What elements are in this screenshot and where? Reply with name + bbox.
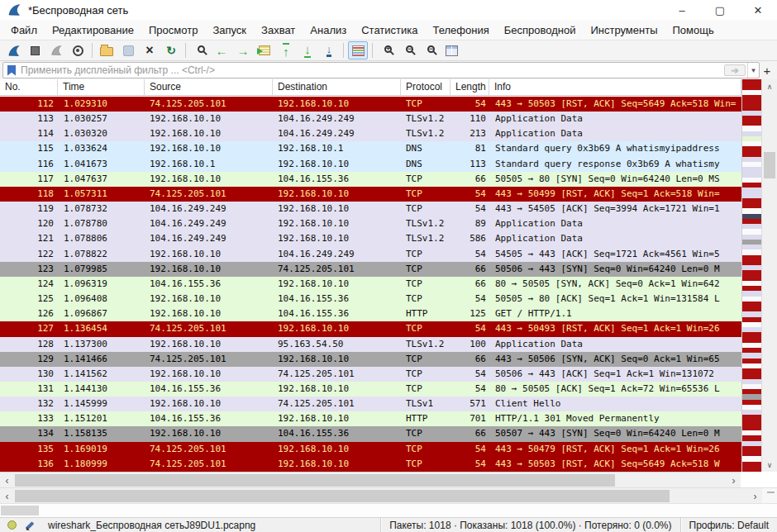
- cell-no: 135: [0, 442, 58, 457]
- menu-item-7[interactable]: Телефония: [425, 21, 496, 39]
- menu-item-4[interactable]: Захват: [254, 21, 303, 39]
- go-to-bottom-button[interactable]: ↓: [298, 41, 317, 59]
- go-to-top-button[interactable]: ↑: [276, 41, 296, 59]
- resize-columns-button[interactable]: [441, 41, 461, 59]
- packet-row-131[interactable]: 1311.144130104.16.155.36192.168.10.10TCP…: [0, 382, 741, 397]
- packet-row-117[interactable]: 1171.047637192.168.10.10104.16.155.36TCP…: [0, 172, 741, 187]
- display-filter-input[interactable]: [21, 64, 724, 76]
- go-forward-button[interactable]: →: [233, 41, 253, 59]
- cell-no: 119: [0, 202, 58, 216]
- save-file-button[interactable]: [118, 41, 138, 59]
- cell-no: 134: [0, 426, 58, 441]
- close-button[interactable]: ✕: [739, 0, 777, 20]
- column-header-info[interactable]: Info: [489, 79, 741, 95]
- minimize-button[interactable]: –: [663, 0, 701, 20]
- close-file-button[interactable]: ×: [140, 41, 160, 59]
- auto-scroll-button[interactable]: ↓: [319, 41, 339, 59]
- hscrollbar-thumb[interactable]: [15, 474, 615, 487]
- scroll-right-arrow-icon[interactable]: ›: [727, 473, 741, 488]
- zoom-reset-button[interactable]: −: [420, 41, 440, 59]
- packet-list-hscrollbar[interactable]: ‹ ›: [0, 472, 741, 487]
- go-back-button[interactable]: ←: [212, 41, 231, 59]
- menu-item-9[interactable]: Инструменты: [583, 21, 665, 39]
- menu-item-10[interactable]: Помощь: [665, 21, 722, 39]
- packet-row-135[interactable]: 1351.16901974.125.205.101192.168.10.10TC…: [0, 442, 741, 457]
- vertical-scrollbar-thumb[interactable]: [764, 152, 775, 178]
- packet-row-133[interactable]: 1331.151201104.16.155.36192.168.10.10HTT…: [0, 411, 741, 426]
- packet-row-122[interactable]: 1221.078822192.168.10.10104.16.249.249TC…: [0, 247, 741, 262]
- menu-item-2[interactable]: Просмотр: [141, 21, 205, 39]
- hscrollbar-thumb[interactable]: [15, 490, 670, 502]
- filter-bookmark-icon[interactable]: [7, 65, 16, 76]
- column-header-src[interactable]: Source: [145, 79, 273, 95]
- intelligent-scrollbar-minimap[interactable]: [741, 79, 761, 472]
- column-header-time[interactable]: Time: [58, 79, 145, 95]
- menu-item-5[interactable]: Анализ: [303, 21, 354, 39]
- packet-row-126[interactable]: 1261.096867192.168.10.10104.16.155.36HTT…: [0, 306, 741, 321]
- packet-row-116[interactable]: 1161.041673192.168.10.1192.168.10.10DNS1…: [0, 157, 741, 172]
- packet-row-123[interactable]: 1231.079985192.168.10.1074.125.205.101TC…: [0, 262, 741, 277]
- status-right: Пакеты: 1018 · Показаны: 1018 (100.0%) ·…: [380, 518, 777, 532]
- packet-row-118[interactable]: 1181.05731174.125.205.101192.168.10.10TC…: [0, 187, 741, 202]
- profile-label[interactable]: Профиль: Default: [680, 518, 777, 532]
- toolbar-separator: [185, 43, 186, 58]
- packet-row-115[interactable]: 1151.033624192.168.10.10192.168.10.1DNS8…: [0, 141, 741, 156]
- menu-item-1[interactable]: Редактирование: [45, 21, 141, 39]
- zoom-in-button[interactable]: +: [377, 41, 397, 59]
- colorize-packets-button[interactable]: [348, 41, 368, 59]
- packet-row-129[interactable]: 1291.14146674.125.205.101192.168.10.10TC…: [0, 352, 741, 367]
- menu-item-6[interactable]: Статистика: [354, 21, 425, 39]
- reload-file-button[interactable]: ↻: [161, 41, 181, 59]
- go-to-packet-button[interactable]: [255, 41, 274, 59]
- mini-scrollbar-thumb[interactable]: [1, 506, 39, 515]
- zoom-out-button[interactable]: −: [398, 41, 418, 59]
- column-header-dst[interactable]: Destination: [273, 79, 401, 95]
- cell-len: 701: [450, 411, 489, 426]
- cell-info: 54505 → 443 [ACK] Seq=1721 Ack=4561 Win=…: [489, 247, 741, 262]
- restart-capture-button[interactable]: [46, 41, 66, 59]
- column-header-len[interactable]: Length: [450, 79, 489, 95]
- cell-src: 104.16.249.249: [145, 216, 273, 231]
- apply-filter-button[interactable]: ➔: [724, 64, 746, 76]
- vertical-scrollbar[interactable]: ∧ ∨: [761, 79, 777, 472]
- filter-dropdown-caret[interactable]: ▾: [747, 63, 759, 78]
- packet-row-124[interactable]: 1241.096319104.16.155.36192.168.10.10TCP…: [0, 277, 741, 292]
- packet-row-125[interactable]: 1251.096408192.168.10.10104.16.155.36TCP…: [0, 292, 741, 306]
- add-filter-button[interactable]: +: [760, 62, 775, 78]
- capture-options-button[interactable]: [68, 41, 88, 59]
- cell-len: 66: [450, 277, 489, 292]
- column-header-no[interactable]: No.: [0, 79, 58, 95]
- menu-item-8[interactable]: Беспроводной: [497, 21, 584, 39]
- open-file-button[interactable]: [97, 41, 117, 59]
- scroll-down-arrow-icon[interactable]: ∨: [762, 458, 777, 472]
- cell-dst: 192.168.10.10: [273, 382, 401, 397]
- cell-proto: HTTP: [401, 306, 450, 321]
- maximize-button[interactable]: ▢: [701, 0, 739, 20]
- packet-row-134[interactable]: 1341.158135192.168.10.10104.16.155.36TCP…: [0, 426, 741, 441]
- packet-row-114[interactable]: 1141.030320192.168.10.10104.16.249.249TL…: [0, 126, 741, 141]
- scroll-left-arrow-icon[interactable]: ‹: [0, 473, 14, 488]
- scroll-left-arrow-icon[interactable]: ‹: [0, 488, 14, 504]
- packet-row-121[interactable]: 1211.078806104.16.249.249192.168.10.10TL…: [0, 231, 741, 246]
- packet-row-128[interactable]: 1281.137300192.168.10.1095.163.54.50TLSv…: [0, 337, 741, 352]
- packet-row-136[interactable]: 1361.18099974.125.205.101192.168.10.10TC…: [0, 457, 741, 472]
- packet-row-132[interactable]: 1321.145999192.168.10.1074.125.205.101TL…: [0, 397, 741, 411]
- scroll-up-arrow-icon[interactable]: ∧: [762, 79, 777, 93]
- find-packet-button[interactable]: [190, 41, 210, 59]
- stop-capture-button[interactable]: [25, 41, 45, 59]
- packet-row-119[interactable]: 1191.078732104.16.249.249192.168.10.10TC…: [0, 202, 741, 216]
- capture-comment-pencil-icon[interactable]: [26, 520, 36, 530]
- packet-row-127[interactable]: 1271.13645474.125.205.101192.168.10.10TC…: [0, 321, 741, 336]
- packet-row-130[interactable]: 1301.141562192.168.10.1074.125.205.101TC…: [0, 367, 741, 382]
- start-capture-button[interactable]: [3, 41, 23, 59]
- packet-list-header[interactable]: No.TimeSourceDestinationProtocolLengthIn…: [0, 79, 741, 96]
- packet-row-120[interactable]: 1201.078780104.16.249.249192.168.10.10TL…: [0, 216, 741, 231]
- menu-item-0[interactable]: Файл: [3, 21, 45, 39]
- packet-row-113[interactable]: 1131.030257192.168.10.10104.16.249.249TL…: [0, 112, 741, 126]
- scroll-right-arrow-icon[interactable]: ›: [748, 488, 762, 504]
- packet-row-112[interactable]: 1121.02931074.125.205.101192.168.10.10TC…: [0, 97, 741, 112]
- expert-info-icon[interactable]: [7, 520, 17, 530]
- column-header-proto[interactable]: Protocol: [401, 79, 450, 95]
- lower-hscrollbar[interactable]: ‹ ›: [0, 487, 762, 503]
- menu-item-3[interactable]: Запуск: [205, 21, 254, 39]
